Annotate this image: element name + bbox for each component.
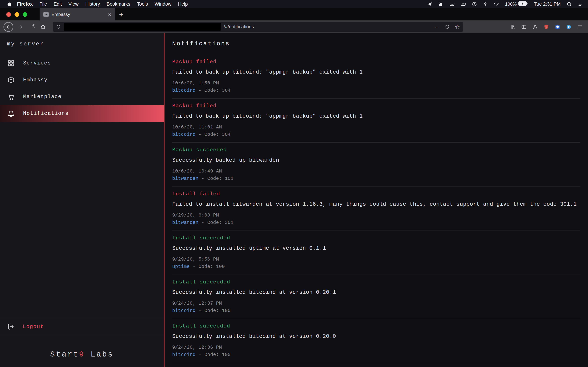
url-input[interactable]: /#/notifications ⋯ ☆ (53, 22, 463, 32)
clock-icon[interactable] (472, 1, 477, 7)
notification-service-link[interactable]: bitwarden (172, 220, 199, 225)
notification-meta: bitcoind - Code: 100 (172, 352, 580, 357)
notification-title: Backup succeeded (172, 147, 580, 153)
logout-button[interactable]: Logout (0, 318, 164, 335)
keyboard-icon[interactable] (461, 1, 466, 7)
close-window-button[interactable] (6, 12, 11, 17)
battery-percent-label: 100% (505, 1, 517, 7)
minimize-window-button[interactable] (15, 12, 19, 17)
notification-meta: bitwarden - Code: 301 (172, 220, 580, 225)
battery-status[interactable]: 100% (505, 1, 528, 7)
wifi-icon[interactable] (493, 1, 499, 7)
home-button[interactable] (38, 22, 48, 32)
page-actions-icon[interactable]: ⋯ (434, 24, 440, 30)
brand-start: Start (50, 350, 79, 359)
notification-meta: bitcoind - Code: 304 (172, 132, 580, 137)
reload-button[interactable] (27, 22, 37, 32)
notification-item: Install succeeded Successfully installed… (172, 319, 580, 363)
screen: Firefox File Edit View History Bookmarks… (0, 0, 588, 367)
brand-nine: 9 (79, 350, 85, 359)
menubar-item-bookmarks[interactable]: Bookmarks (103, 1, 134, 7)
notification-service-link[interactable]: bitcoind (172, 132, 196, 137)
page-shield-icon[interactable] (445, 25, 450, 29)
notification-message: Successfully backed up bitwarden (172, 157, 580, 163)
new-tab-button[interactable]: + (115, 8, 127, 20)
notification-meta: bitcoind - Code: 304 (172, 88, 580, 93)
extension-icon-blue-drop[interactable] (566, 24, 571, 30)
menubar-item-view[interactable]: View (65, 1, 82, 7)
back-button[interactable] (3, 22, 13, 32)
cart-icon (7, 93, 15, 100)
macos-menubar: Firefox File Edit View History Bookmarks… (0, 0, 588, 8)
browser-navbar: /#/notifications ⋯ ☆ (0, 20, 588, 33)
notification-service-link[interactable]: bitcoind (172, 308, 196, 313)
notifications-page: Notifications Backup failed Failed to ba… (164, 33, 588, 367)
menubar-clock[interactable]: Tue 2:31 PM (534, 1, 561, 7)
browser-tabbar: s9 Embassy × + (0, 8, 588, 20)
sidebar-item-embassy[interactable]: Embassy (0, 71, 164, 88)
tracking-protection-shield-icon[interactable] (56, 25, 61, 29)
library-icon[interactable] (510, 24, 516, 30)
app-silhouette-icon[interactable] (438, 1, 443, 7)
notification-item: Backup failed Failed to back up bitcoind… (172, 99, 580, 143)
server-name: my server (0, 33, 164, 47)
menubar-item-history[interactable]: History (82, 1, 103, 7)
zoom-window-button[interactable] (23, 12, 27, 17)
notification-service-link[interactable]: uptime (172, 264, 190, 269)
extension-icon-blue-shield[interactable] (555, 24, 560, 30)
sidebar-toggle-icon[interactable] (521, 24, 527, 30)
notification-message: Successfully installed bitcoind at versi… (172, 289, 580, 296)
notification-service-link[interactable]: bitcoind (172, 352, 196, 357)
menubar-item-help[interactable]: Help (175, 1, 191, 7)
page-title: Notifications (172, 40, 580, 47)
brand-labs: Labs (85, 350, 114, 359)
apple-icon[interactable] (7, 1, 12, 7)
notification-message: Failed to back up bitcoind: "appmgr back… (172, 69, 580, 75)
notification-item: Install succeeded Successfully installed… (172, 231, 580, 275)
notification-message: Successfully installed uptime at version… (172, 245, 580, 251)
notification-meta: bitcoind - Code: 100 (172, 308, 580, 313)
glasses-icon[interactable] (450, 1, 455, 7)
notification-list: Backup failed Failed to back up bitcoind… (172, 55, 580, 363)
sidebar-item-notifications[interactable]: Notifications (0, 105, 164, 122)
menubar-item-file[interactable]: File (36, 1, 50, 7)
menubar-item-edit[interactable]: Edit (50, 1, 65, 7)
tab-favicon: s9 (43, 12, 49, 17)
notification-timestamp: 9/29/20, 5:56 PM (172, 257, 580, 262)
sidebar-item-marketplace[interactable]: Marketplace (0, 88, 164, 105)
notification-timestamp: 10/6/20, 10:49 AM (172, 169, 580, 174)
telegram-icon[interactable] (427, 1, 432, 7)
menu-hamburger-icon[interactable] (577, 24, 583, 30)
bookmark-star-icon[interactable]: ☆ (455, 24, 460, 30)
notification-title: Install succeeded (172, 235, 580, 241)
notification-title: Install succeeded (172, 323, 580, 329)
notification-code: - Code: 101 (199, 176, 233, 181)
menubar-status: 100% Tue 2:31 PM (427, 1, 583, 7)
menubar-menus: Firefox File Edit View History Bookmarks… (7, 1, 191, 7)
menubar-item-firefox[interactable]: Firefox (14, 1, 36, 7)
notification-code: - Code: 100 (196, 352, 231, 357)
spotlight-search-icon[interactable] (567, 1, 572, 7)
notification-message: Successfully installed bitcoind at versi… (172, 333, 580, 340)
tab-close-icon[interactable]: × (107, 12, 112, 17)
notification-service-link[interactable]: bitwarden (172, 176, 199, 181)
sidebar-item-services[interactable]: Services (0, 55, 164, 71)
notification-meta: bitwarden - Code: 101 (172, 176, 580, 181)
notification-item: Install succeeded Successfully installed… (172, 275, 580, 319)
notification-service-link[interactable]: bitcoind (172, 88, 196, 93)
account-icon[interactable] (532, 24, 538, 30)
window-controls (0, 8, 33, 20)
navbar-toolbar-icons (508, 24, 585, 30)
menubar-item-window[interactable]: Window (151, 1, 175, 7)
bluetooth-icon[interactable] (483, 1, 488, 7)
redacted-url-segment (64, 23, 221, 31)
embassy-app: my server Services Embassy Marketplace N… (0, 33, 588, 367)
logout-label: Logout (23, 324, 44, 330)
sidebar-item-label: Embassy (23, 77, 48, 83)
extension-icon-red-shield[interactable] (544, 24, 549, 30)
browser-tab-embassy[interactable]: s9 Embassy × (40, 8, 115, 20)
notification-center-icon[interactable] (578, 1, 583, 7)
notification-timestamp: 9/24/20, 12:37 PM (172, 301, 580, 306)
forward-button[interactable] (16, 22, 26, 32)
menubar-item-tools[interactable]: Tools (134, 1, 151, 7)
